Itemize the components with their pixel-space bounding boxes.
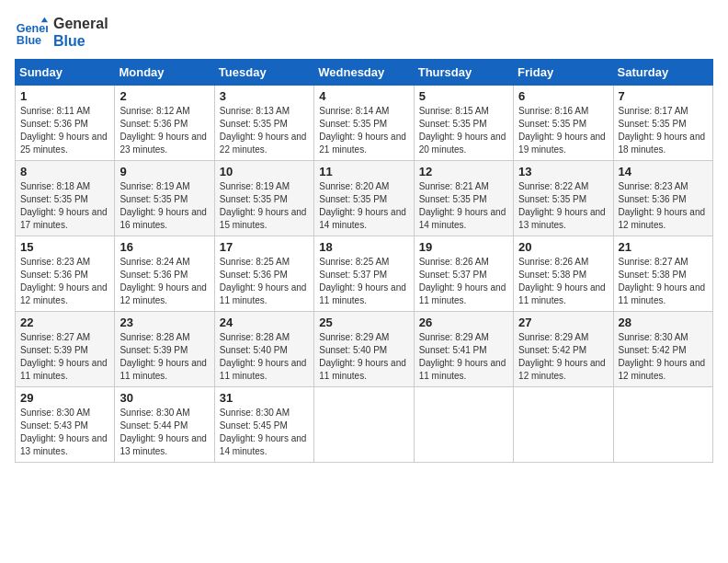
day-number: 12 (419, 165, 508, 178)
weekday-header-row: SundayMondayTuesdayWednesdayThursdayFrid… (16, 60, 713, 86)
day-number: 26 (419, 316, 508, 329)
calendar-week-row: 22 Sunrise: 8:27 AMSunset: 5:39 PMDaylig… (16, 312, 713, 387)
svg-marker-2 (41, 17, 48, 22)
cell-info: Sunrise: 8:21 AMSunset: 5:35 PMDaylight:… (419, 181, 506, 230)
day-number: 18 (319, 240, 408, 254)
cell-info: Sunrise: 8:23 AMSunset: 5:36 PMDaylight:… (20, 257, 108, 305)
calendar-cell: 24 Sunrise: 8:28 AMSunset: 5:40 PMDaylig… (214, 312, 313, 387)
calendar-cell: 23 Sunrise: 8:28 AMSunset: 5:39 PMDaylig… (115, 312, 214, 387)
calendar-cell: 28 Sunrise: 8:30 AMSunset: 5:42 PMDaylig… (613, 312, 712, 387)
day-number: 8 (20, 165, 109, 178)
day-number: 3 (220, 89, 309, 103)
cell-info: Sunrise: 8:30 AMSunset: 5:42 PMDaylight:… (619, 332, 706, 381)
calendar-cell: 11 Sunrise: 8:20 AMSunset: 5:35 PMDaylig… (314, 161, 414, 236)
day-number: 15 (20, 240, 109, 254)
calendar-cell: 18 Sunrise: 8:25 AMSunset: 5:37 PMDaylig… (314, 236, 414, 312)
calendar-cell: 8 Sunrise: 8:18 AMSunset: 5:35 PMDayligh… (16, 161, 115, 236)
weekday-header-tuesday: Tuesday (214, 60, 313, 86)
day-number: 22 (20, 316, 109, 329)
cell-info: Sunrise: 8:28 AMSunset: 5:39 PMDaylight:… (119, 332, 207, 381)
calendar-cell (414, 387, 513, 463)
day-number: 1 (20, 89, 109, 103)
day-number: 17 (220, 240, 309, 254)
calendar-cell: 27 Sunrise: 8:29 AMSunset: 5:42 PMDaylig… (514, 312, 613, 387)
calendar-cell: 13 Sunrise: 8:22 AMSunset: 5:35 PMDaylig… (514, 161, 613, 236)
cell-info: Sunrise: 8:29 AMSunset: 5:40 PMDaylight:… (319, 332, 406, 381)
calendar-cell: 30 Sunrise: 8:30 AMSunset: 5:44 PMDaylig… (115, 387, 214, 463)
cell-info: Sunrise: 8:30 AMSunset: 5:44 PMDaylight:… (119, 408, 207, 456)
calendar-cell: 22 Sunrise: 8:27 AMSunset: 5:39 PMDaylig… (16, 312, 115, 387)
calendar-cell: 6 Sunrise: 8:16 AMSunset: 5:35 PMDayligh… (514, 86, 613, 161)
cell-info: Sunrise: 8:25 AMSunset: 5:36 PMDaylight:… (220, 257, 307, 305)
calendar-cell: 4 Sunrise: 8:14 AMSunset: 5:35 PMDayligh… (314, 86, 414, 161)
calendar-week-row: 15 Sunrise: 8:23 AMSunset: 5:36 PMDaylig… (16, 236, 713, 312)
cell-info: Sunrise: 8:14 AMSunset: 5:35 PMDaylight:… (319, 106, 406, 155)
day-number: 19 (419, 240, 508, 254)
cell-info: Sunrise: 8:20 AMSunset: 5:35 PMDaylight:… (319, 181, 406, 230)
day-number: 13 (518, 165, 608, 178)
weekday-header-thursday: Thursday (414, 60, 513, 86)
cell-info: Sunrise: 8:26 AMSunset: 5:38 PMDaylight:… (518, 257, 606, 305)
day-number: 10 (220, 165, 309, 178)
cell-info: Sunrise: 8:29 AMSunset: 5:42 PMDaylight:… (518, 332, 606, 381)
logo-icon: General Blue (15, 16, 48, 49)
cell-info: Sunrise: 8:30 AMSunset: 5:43 PMDaylight:… (20, 408, 108, 456)
calendar-cell: 14 Sunrise: 8:23 AMSunset: 5:36 PMDaylig… (613, 161, 712, 236)
cell-info: Sunrise: 8:15 AMSunset: 5:35 PMDaylight:… (419, 106, 506, 155)
cell-info: Sunrise: 8:24 AMSunset: 5:36 PMDaylight:… (119, 257, 207, 305)
cell-info: Sunrise: 8:18 AMSunset: 5:35 PMDaylight:… (20, 181, 108, 230)
weekday-header-wednesday: Wednesday (314, 60, 414, 86)
calendar-week-row: 29 Sunrise: 8:30 AMSunset: 5:43 PMDaylig… (16, 387, 713, 463)
cell-info: Sunrise: 8:26 AMSunset: 5:37 PMDaylight:… (419, 257, 506, 305)
cell-info: Sunrise: 8:16 AMSunset: 5:35 PMDaylight:… (518, 106, 606, 155)
day-number: 28 (619, 316, 708, 329)
logo: General Blue GeneralBlue (15, 15, 108, 50)
day-number: 30 (119, 391, 209, 405)
calendar-cell (613, 387, 712, 463)
page-header: General Blue GeneralBlue (15, 15, 713, 50)
day-number: 25 (319, 316, 408, 329)
cell-info: Sunrise: 8:22 AMSunset: 5:35 PMDaylight:… (518, 181, 606, 230)
calendar-body: 1 Sunrise: 8:11 AMSunset: 5:36 PMDayligh… (16, 86, 713, 463)
calendar-cell: 7 Sunrise: 8:17 AMSunset: 5:35 PMDayligh… (613, 86, 712, 161)
calendar-table: SundayMondayTuesdayWednesdayThursdayFrid… (15, 59, 713, 463)
cell-info: Sunrise: 8:19 AMSunset: 5:35 PMDaylight:… (119, 181, 207, 230)
calendar-cell: 29 Sunrise: 8:30 AMSunset: 5:43 PMDaylig… (16, 387, 115, 463)
cell-info: Sunrise: 8:27 AMSunset: 5:39 PMDaylight:… (20, 332, 108, 381)
day-number: 23 (119, 316, 209, 329)
calendar-cell: 20 Sunrise: 8:26 AMSunset: 5:38 PMDaylig… (514, 236, 613, 312)
day-number: 24 (220, 316, 309, 329)
calendar-cell: 15 Sunrise: 8:23 AMSunset: 5:36 PMDaylig… (16, 236, 115, 312)
calendar-week-row: 8 Sunrise: 8:18 AMSunset: 5:35 PMDayligh… (16, 161, 713, 236)
day-number: 20 (518, 240, 608, 254)
calendar-cell: 9 Sunrise: 8:19 AMSunset: 5:35 PMDayligh… (115, 161, 214, 236)
calendar-cell: 31 Sunrise: 8:30 AMSunset: 5:45 PMDaylig… (214, 387, 313, 463)
cell-info: Sunrise: 8:13 AMSunset: 5:35 PMDaylight:… (220, 106, 307, 155)
weekday-header-saturday: Saturday (613, 60, 712, 86)
day-number: 11 (319, 165, 408, 178)
cell-info: Sunrise: 8:17 AMSunset: 5:35 PMDaylight:… (619, 106, 706, 155)
day-number: 16 (119, 240, 209, 254)
cell-info: Sunrise: 8:23 AMSunset: 5:36 PMDaylight:… (619, 181, 706, 230)
calendar-cell: 2 Sunrise: 8:12 AMSunset: 5:36 PMDayligh… (115, 86, 214, 161)
day-number: 7 (619, 89, 708, 103)
calendar-week-row: 1 Sunrise: 8:11 AMSunset: 5:36 PMDayligh… (16, 86, 713, 161)
calendar-cell: 19 Sunrise: 8:26 AMSunset: 5:37 PMDaylig… (414, 236, 513, 312)
day-number: 29 (20, 391, 109, 405)
calendar-cell: 3 Sunrise: 8:13 AMSunset: 5:35 PMDayligh… (214, 86, 313, 161)
day-number: 6 (518, 89, 608, 103)
cell-info: Sunrise: 8:27 AMSunset: 5:38 PMDaylight:… (619, 257, 706, 305)
cell-info: Sunrise: 8:29 AMSunset: 5:41 PMDaylight:… (419, 332, 506, 381)
day-number: 9 (119, 165, 209, 178)
weekday-header-monday: Monday (115, 60, 214, 86)
cell-info: Sunrise: 8:19 AMSunset: 5:35 PMDaylight:… (220, 181, 307, 230)
calendar-cell: 10 Sunrise: 8:19 AMSunset: 5:35 PMDaylig… (214, 161, 313, 236)
calendar-cell: 16 Sunrise: 8:24 AMSunset: 5:36 PMDaylig… (115, 236, 214, 312)
calendar-cell: 5 Sunrise: 8:15 AMSunset: 5:35 PMDayligh… (414, 86, 513, 161)
calendar-cell: 12 Sunrise: 8:21 AMSunset: 5:35 PMDaylig… (414, 161, 513, 236)
calendar-cell (514, 387, 613, 463)
day-number: 21 (619, 240, 708, 254)
cell-info: Sunrise: 8:12 AMSunset: 5:36 PMDaylight:… (119, 106, 207, 155)
calendar-cell: 25 Sunrise: 8:29 AMSunset: 5:40 PMDaylig… (314, 312, 414, 387)
weekday-header-sunday: Sunday (16, 60, 115, 86)
